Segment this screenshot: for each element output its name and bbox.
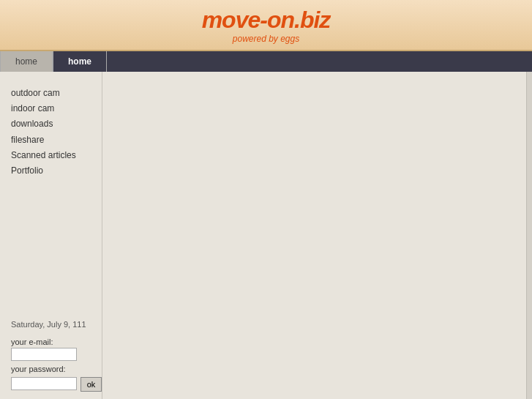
sidebar-nav: outdoor cam indoor cam downloads filesha…	[11, 86, 102, 178]
login-form: your e-mail: your password: ok	[11, 338, 102, 392]
main-container: outdoor cam indoor cam downloads filesha…	[0, 72, 532, 399]
nav-bar: home home	[0, 51, 532, 72]
nav-tab-home-1[interactable]: home	[0, 51, 53, 72]
sidebar-link-downloads[interactable]: downloads	[11, 117, 102, 131]
site-title: move-on.biz	[202, 7, 331, 34]
ok-button[interactable]: ok	[80, 377, 102, 392]
email-input[interactable]	[11, 348, 77, 361]
sidebar-link-outdoor-cam[interactable]: outdoor cam	[11, 86, 102, 100]
sidebar-link-indoor-cam[interactable]: indoor cam	[11, 102, 102, 116]
sidebar-date: Saturday, July 9, 111	[11, 305, 102, 329]
email-label: your e-mail:	[11, 338, 102, 346]
right-accent	[526, 72, 532, 399]
password-label: your password:	[11, 365, 102, 373]
site-subtitle: powered by eggs	[233, 34, 299, 44]
sidebar: outdoor cam indoor cam downloads filesha…	[0, 72, 102, 399]
sidebar-link-portfolio[interactable]: Portfolio	[11, 164, 102, 178]
nav-tab-home-2[interactable]: home	[53, 51, 107, 72]
site-header: move-on.biz powered by eggs	[0, 0, 532, 51]
content-area	[102, 72, 526, 399]
sidebar-link-fileshare[interactable]: fileshare	[11, 133, 102, 147]
sidebar-link-scanned-articles[interactable]: Scanned articles	[11, 149, 102, 163]
password-input[interactable]	[11, 377, 77, 390]
